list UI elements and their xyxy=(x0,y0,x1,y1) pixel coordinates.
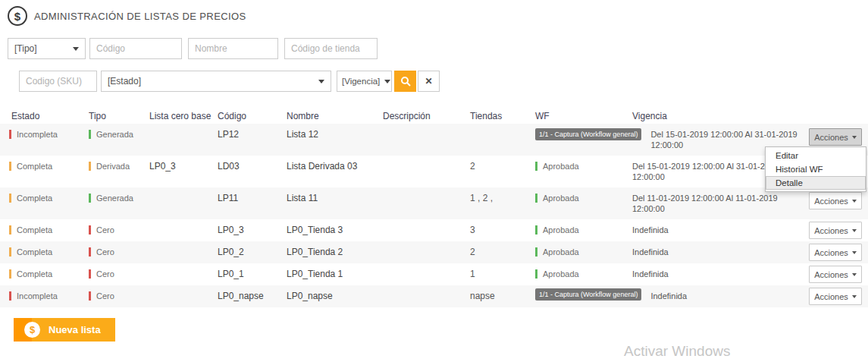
acciones-button[interactable]: Acciones xyxy=(809,128,862,146)
column-header-wf: WF xyxy=(535,106,632,121)
estado-cell: Completa xyxy=(8,219,89,241)
estado-status-bar xyxy=(9,130,11,139)
lista-cero-base-cell xyxy=(149,241,218,263)
tipo-select[interactable]: [Tipo] xyxy=(8,38,86,59)
tiendas-cell: 1 , 2 , xyxy=(470,187,535,219)
acciones-button[interactable]: Acciones xyxy=(809,266,862,283)
tipo-cell: Cero xyxy=(89,219,149,241)
codigo-cell: LP11 xyxy=(218,187,287,219)
tiendas-cell: 2 xyxy=(470,241,535,263)
chevron-down-icon xyxy=(852,200,857,203)
dollar-icon: $ xyxy=(8,6,27,26)
wf-label: Aprobada xyxy=(543,247,579,257)
vigencia-select[interactable]: [Vigencia] xyxy=(337,71,392,92)
estado-label: Completa xyxy=(17,225,52,235)
table-row: Completa Generada LP11 Lista 11 1 , 2 , … xyxy=(0,187,868,219)
tipo-cell: Cero xyxy=(89,285,149,307)
wf-label: Aprobada xyxy=(543,194,579,203)
acciones-button[interactable]: Acciones xyxy=(809,244,862,261)
acciones-dropdown-menu: Editar Historial WF Detalle xyxy=(765,146,866,192)
wf-badge: 1/1 - Captura (Workflow general) xyxy=(535,288,641,301)
wf-status-bar xyxy=(535,194,537,203)
nombre-input[interactable] xyxy=(188,38,278,59)
nueva-lista-button[interactable]: $ Nueva lista xyxy=(14,318,115,342)
wf-cell: Aprobada xyxy=(535,187,632,219)
codigo-input[interactable] xyxy=(89,38,182,59)
acciones-button[interactable]: Acciones xyxy=(809,192,862,209)
codigo-cell: LP12 xyxy=(218,124,287,156)
estado-cell: Completa xyxy=(8,241,89,263)
vigencia-cell: Indefinida xyxy=(632,241,669,263)
estado-status-bar xyxy=(9,291,11,301)
clear-button[interactable]: ✕ xyxy=(418,71,440,92)
codigo-sku-input[interactable] xyxy=(19,71,97,92)
vigencia-cell: Indefinida xyxy=(632,219,669,241)
estado-status-bar xyxy=(9,194,11,203)
nombre-cell: Lista 11 xyxy=(287,187,383,219)
estado-cell: Completa xyxy=(8,263,89,285)
lista-cero-base-cell xyxy=(149,263,218,285)
estado-label: Completa xyxy=(17,194,52,203)
tipo-status-bar xyxy=(89,162,91,171)
tipo-cell: Generada xyxy=(89,187,149,219)
estado-label: Completa xyxy=(17,269,52,279)
column-header-descripcion: Descripción xyxy=(383,106,470,121)
chevron-down-icon xyxy=(852,136,857,139)
wf-badge: 1/1 - Captura (Workflow general) xyxy=(535,128,641,140)
tiendas-cell: 3 xyxy=(470,219,535,241)
column-header-nombre: Nombre xyxy=(287,106,383,121)
chevron-down-icon xyxy=(318,80,324,83)
tipo-select-value: [Tipo] xyxy=(14,43,37,54)
wf-cell: 1/1 - Captura (Workflow general) xyxy=(535,285,650,307)
nombre-cell: LP0_Tienda 1 xyxy=(287,263,383,285)
tipo-label: Cero xyxy=(96,225,114,235)
chevron-down-icon xyxy=(73,47,79,51)
tipo-status-bar xyxy=(89,269,91,279)
vigencia-cell: Indefinida xyxy=(632,263,669,285)
menu-item-editar[interactable]: Editar xyxy=(766,149,866,162)
menu-item-detalle[interactable]: Detalle xyxy=(766,176,866,190)
tipo-status-bar xyxy=(89,291,91,301)
tiendas-cell: napse xyxy=(470,285,535,307)
codigo-cell: LP0_1 xyxy=(218,263,287,285)
nombre-cell: LP0_Tienda 3 xyxy=(287,219,383,241)
tipo-label: Cero xyxy=(96,269,114,279)
tipo-status-bar xyxy=(89,130,91,139)
estado-label: Incompleta xyxy=(17,291,58,301)
table-header: Estado Tipo Lista cero base Código Nombr… xyxy=(0,106,868,121)
acciones-button[interactable]: Acciones xyxy=(809,288,862,305)
tipo-cell: Generada xyxy=(89,124,149,156)
estado-select[interactable]: [Estado] xyxy=(101,71,331,92)
lista-cero-base-cell xyxy=(149,124,218,156)
table-row: Completa Cero LP0_2 LP0_Tienda 2 2 Aprob… xyxy=(0,241,868,263)
lista-cero-base-cell xyxy=(149,187,218,219)
descripcion-cell xyxy=(383,241,470,263)
estado-cell: Incompleta xyxy=(8,124,89,156)
vigencia-select-value: [Vigencia] xyxy=(342,77,380,86)
tipo-label: Generada xyxy=(96,130,133,139)
tipo-label: Cero xyxy=(96,291,114,301)
tipo-status-bar xyxy=(89,225,91,235)
menu-item-historial-wf[interactable]: Historial WF xyxy=(766,162,866,176)
wf-status-bar xyxy=(535,162,537,171)
tiendas-cell xyxy=(470,124,535,156)
estado-cell: Completa xyxy=(8,156,89,187)
codigo-tienda-input[interactable] xyxy=(284,38,378,59)
lista-cero-base-cell xyxy=(149,219,218,241)
table-row: Incompleta Cero LP0_napse LP0_napse naps… xyxy=(0,285,868,307)
acciones-button[interactable]: Acciones xyxy=(809,222,862,239)
chevron-down-icon xyxy=(852,251,857,254)
column-header-vigencia: Vigencia xyxy=(632,106,667,121)
wf-status-bar xyxy=(535,269,537,279)
wf-status-bar xyxy=(535,225,537,235)
wf-cell: Aprobada xyxy=(535,263,632,285)
nombre-cell: LP0_Tienda 2 xyxy=(287,241,383,263)
tipo-label: Derivada xyxy=(96,162,130,171)
descripcion-cell xyxy=(383,263,470,285)
column-header-codigo: Código xyxy=(218,106,287,121)
column-header-tiendas: Tiendas xyxy=(470,106,535,121)
column-header-estado: Estado xyxy=(8,106,89,121)
search-button[interactable] xyxy=(394,71,416,92)
lista-cero-base-cell: LP0_3 xyxy=(149,156,218,187)
descripcion-cell xyxy=(383,285,470,307)
